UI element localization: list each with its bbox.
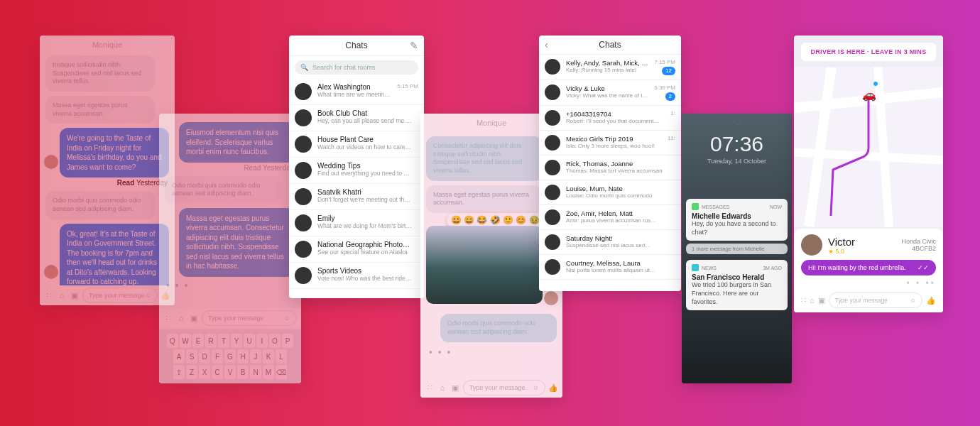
key-o[interactable]: O: [269, 334, 281, 348]
key-⌫[interactable]: ⌫: [276, 365, 287, 379]
search-icon: 🔍: [300, 64, 308, 71]
chat-row[interactable]: Rick, Thomas, Joanne Thomas: Massa tort …: [539, 155, 681, 180]
avatar: [295, 109, 312, 126]
key-e[interactable]: E: [192, 334, 204, 348]
key-b[interactable]: B: [237, 365, 249, 379]
camera-icon[interactable]: ⌂: [57, 290, 67, 300]
image-message[interactable]: [426, 226, 543, 304]
key-s[interactable]: S: [186, 349, 197, 364]
chat-name: Kelly, Andy, Sarah, Mick, Tom, Joe: [566, 59, 648, 67]
camera-icon[interactable]: ⌂: [437, 383, 447, 393]
car-icon: 🚗: [862, 88, 876, 102]
message-input[interactable]: Type your message☺: [829, 293, 922, 308]
like-icon[interactable]: 👍: [548, 383, 558, 393]
chat-row[interactable]: National Geographic Photography See our …: [289, 236, 424, 263]
read-receipt-icon: ✓✓: [918, 264, 929, 271]
key-l[interactable]: L: [276, 349, 287, 364]
compose-icon[interactable]: ✎: [410, 40, 418, 51]
chat-row[interactable]: Sports Videos Vote now! Who was the best…: [289, 263, 424, 289]
key-q[interactable]: Q: [167, 334, 178, 348]
key-g[interactable]: G: [224, 349, 236, 364]
camera-notch-icon: [734, 118, 741, 125]
chat-snippet: Thomas: Massa tort viverra accumsan: [566, 168, 670, 174]
apps-icon[interactable]: ∷: [163, 313, 173, 323]
chat-name: Zoe, Amir, Helen, Matt: [566, 209, 670, 217]
typing-indicator-icon: • • ••: [801, 278, 936, 288]
key-f[interactable]: F: [212, 349, 223, 364]
camera-icon[interactable]: ⌂: [176, 313, 186, 323]
image-icon[interactable]: ▣: [70, 290, 80, 300]
emoji-icon[interactable]: ☺: [145, 292, 151, 299]
key-u[interactable]: U: [244, 334, 255, 348]
chat-row[interactable]: House Plant Care Watch our videos on how…: [289, 131, 424, 158]
key-c[interactable]: C: [212, 365, 223, 379]
emoji-icon[interactable]: ☺: [284, 315, 290, 322]
key-v[interactable]: V: [224, 365, 236, 379]
chat-row[interactable]: Courtney, Melissa, Laura Nisi porta lore…: [539, 255, 681, 280]
avatar: [295, 83, 312, 100]
driver-rating: ★ 5.0: [828, 248, 855, 255]
chat-snippet: Hey, can you all please send me your…: [317, 117, 413, 124]
key-d[interactable]: D: [199, 349, 210, 364]
key-p[interactable]: P: [282, 334, 293, 348]
chat-row[interactable]: Wedding Tips Find out everything you nee…: [289, 158, 424, 184]
notification-card[interactable]: MESSAGESnow Michelle Edwards Hey, do you…: [686, 199, 788, 241]
chat-row[interactable]: Emily What are we doing for Mom's birthd…: [289, 210, 424, 236]
incoming-message: Consectetur adipiscing elit duis tristiq…: [426, 136, 543, 181]
apps-icon[interactable]: ∷: [801, 296, 806, 305]
chat-row[interactable]: Kelly, Andy, Sarah, Mick, Tom, Joe Kelly…: [539, 55, 681, 80]
chat-name: Rick, Thomas, Joanne: [566, 160, 670, 168]
map[interactable]: 🚗: [794, 67, 943, 227]
image-icon[interactable]: ▣: [189, 313, 199, 323]
chat-row[interactable]: Saturday Night! Suspendisse sed nisl lac…: [539, 230, 681, 255]
chat-snippet: Amir: purus viverra accumsan rus…: [566, 217, 670, 224]
notification-group-more[interactable]: 1 more message from Michelle: [686, 244, 788, 254]
chat-row[interactable]: Vicky & Luke Vicky: What was the name of…: [539, 80, 681, 106]
chat-row[interactable]: Book Club Chat Hey, can you all please s…: [289, 105, 424, 131]
emoji-icon[interactable]: ☺: [910, 297, 916, 304]
chat-list-screen: Chats ✎ 🔍 Search for chat rooms Alex Was…: [289, 36, 424, 298]
chat-row[interactable]: Louise, Mum, Nate Louise: Odio morbi qui…: [539, 180, 681, 205]
key-z[interactable]: Z: [186, 365, 197, 379]
incoming-message: Massa eget egestas purus viverra accumsa…: [45, 96, 155, 124]
like-icon[interactable]: 👍: [926, 296, 936, 305]
key-i[interactable]: I: [256, 334, 268, 348]
key-⇧[interactable]: ⇧: [173, 365, 185, 379]
search-input[interactable]: 🔍 Search for chat rooms: [295, 60, 418, 75]
back-icon[interactable]: ‹: [545, 39, 548, 50]
avatar: [295, 241, 312, 258]
key-x[interactable]: X: [199, 365, 210, 379]
camera-icon[interactable]: ⌂: [810, 296, 815, 305]
key-k[interactable]: K: [263, 349, 274, 364]
key-m[interactable]: M: [263, 365, 274, 379]
chat-name: Wedding Tips: [317, 162, 413, 170]
chat-row[interactable]: Mexico Girls Trip 2019 Isla: Only 3 more…: [539, 131, 681, 155]
key-a[interactable]: A: [173, 349, 185, 364]
driver-avatar[interactable]: [801, 234, 822, 256]
message-input[interactable]: Type your message☺: [463, 380, 545, 395]
key-j[interactable]: J: [250, 349, 261, 364]
chat-snippet: What are we doing for Mom's birthday?: [317, 222, 413, 229]
key-n[interactable]: N: [250, 365, 261, 379]
avatar: [545, 259, 560, 275]
chat-row[interactable]: +16043319704 Robert: I'll send you that …: [539, 106, 681, 131]
key-r[interactable]: R: [205, 334, 217, 348]
apps-icon[interactable]: ∷: [425, 383, 435, 393]
key-y[interactable]: Y: [231, 334, 242, 348]
chat-row[interactable]: Saatvik Khatri Don't forget we're meetin…: [289, 184, 424, 210]
chat-row[interactable]: Zoe, Amir, Helen, Matt Amir: purus viver…: [539, 205, 681, 230]
screen-title: Chats ✎: [289, 36, 424, 56]
notification-card[interactable]: NEWS3m ago San Francisco Herald We tried…: [686, 260, 788, 310]
key-w[interactable]: W: [180, 334, 191, 348]
emoji-icon[interactable]: ☺: [533, 384, 539, 391]
image-icon[interactable]: ▣: [818, 296, 825, 305]
key-t[interactable]: T: [218, 334, 229, 348]
chat-row[interactable]: Alex Washington What time are we meeting…: [289, 79, 424, 105]
key-h[interactable]: H: [237, 349, 249, 364]
message-input[interactable]: Type your message☺: [202, 310, 297, 326]
image-icon[interactable]: ▣: [450, 383, 460, 393]
apps-icon[interactable]: ∷: [44, 290, 54, 300]
message-input[interactable]: Type your message☺: [82, 288, 158, 303]
unread-badge: 2: [665, 92, 675, 101]
svg-point-0: [873, 82, 878, 86]
